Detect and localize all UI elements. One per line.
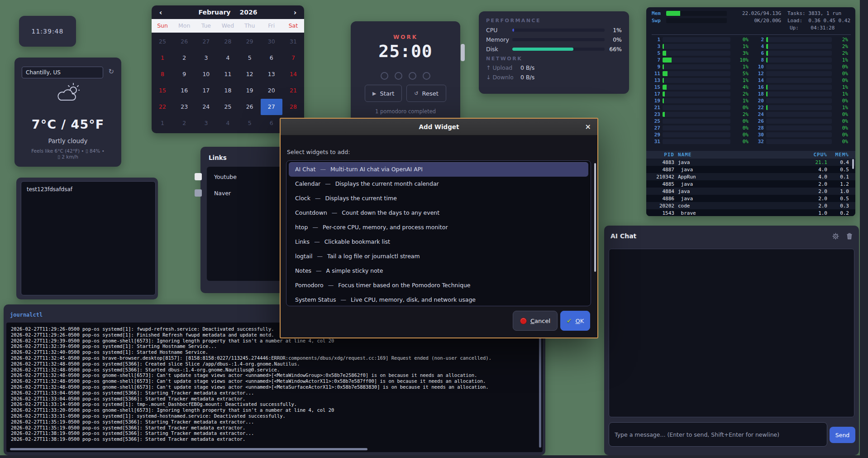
calendar-day[interactable]: 3 [195,115,217,131]
process-row[interactable]: 4883 java 21.1 0.4 [646,159,855,166]
calendar-day[interactable]: 30 [261,34,282,50]
widget-list-item[interactable]: Countdown—Count down the days to any eve… [289,206,588,220]
widget-list-item[interactable]: Pomodoro—Focus timer based on the Pomodo… [289,278,588,293]
scrollbar[interactable] [852,159,854,169]
calendar-day[interactable]: 26 [173,34,195,50]
core-bar [766,64,832,69]
calendar-day[interactable]: 17 [195,82,217,99]
weather-location-input[interactable] [22,67,103,78]
calendar-day[interactable]: 18 [217,82,238,99]
send-button[interactable]: Send [830,427,855,443]
calendar-day[interactable]: 27 [195,34,217,50]
calendar-day[interactable]: 2 [173,50,195,66]
partly-cloudy-icon [56,83,80,103]
notes-textarea[interactable]: test123fdsafdsaf [21,181,156,295]
calendar-day[interactable]: 20 [261,82,282,99]
log-line: 2026-02-27T11:35:19-0500 pop-os systemd[… [6,419,543,425]
cancel-button[interactable]: Cancel [513,311,558,331]
calendar-day[interactable]: 5 [239,115,261,131]
gear-icon[interactable] [832,233,839,240]
log-line: 2026-02-27T11:35:19-0500 pop-os systemd[… [6,425,543,431]
calendar-day[interactable]: 10 [195,66,217,82]
widget-list-item[interactable]: htop—Per-core CPU, memory, and process m… [289,220,588,235]
calendar-day[interactable]: 3 [195,50,217,66]
scrollbar-fragment[interactable] [461,44,465,61]
link-favicon [195,173,202,180]
clock-widget: 11:39:48 [19,16,76,47]
widget-list-item[interactable]: Links—Clickable bookmark list [289,235,588,249]
links-title: Links [209,154,227,161]
widget-list-item[interactable]: System Status—Live CPU, memory, disk, an… [289,293,588,306]
refresh-icon[interactable]: ↻ [108,67,114,76]
cpu-bar [512,29,605,32]
core-bar [663,44,730,49]
process-row[interactable]: 210342 AppRun 4.0 0.1 [646,173,855,180]
calendar-prev-icon[interactable]: ‹ [152,8,170,17]
calendar-day[interactable]: 26 [239,99,261,115]
reset-button[interactable]: ↺ Reset [406,85,446,102]
calendar-day[interactable]: 6 [261,50,282,66]
process-row[interactable]: 4886 java 2.0 0.5 [646,195,855,202]
process-row[interactable]: 4884 java 2.0 1.0 [646,188,855,195]
log-output[interactable]: 2026-02-27T11:29:26-0500 pop-os systemd[… [6,323,543,452]
memory-bar [512,38,605,41]
close-icon[interactable]: × [585,119,591,135]
calendar-day[interactable]: 31 [282,34,304,50]
core-bar [766,105,832,110]
calendar-day[interactable]: 7 [282,50,304,66]
calendar-next-icon[interactable]: › [286,8,304,17]
calendar-day[interactable]: 19 [239,82,261,99]
calendar-day[interactable]: 22 [152,99,173,115]
widget-list-item[interactable]: AI Chat—Multi-turn AI chat via OpenAI AP… [289,162,588,177]
calendar-day[interactable]: 25 [217,99,238,115]
swap-label: Swp [652,18,666,24]
calendar-day[interactable]: 23 [173,99,195,115]
process-row[interactable]: 20202 code 2.0 0.3 [646,202,855,209]
calendar-day[interactable]: 28 [282,99,304,115]
trash-icon[interactable] [846,233,853,240]
calendar-day[interactable]: 2 [173,115,195,131]
calendar-day[interactable]: 27 [261,99,282,115]
horizontal-scrollbar[interactable] [10,448,367,450]
calendar-day[interactable]: 8 [152,66,173,82]
calendar-day[interactable]: 4 [217,50,238,66]
vertical-scrollbar[interactable] [539,326,541,448]
calendar-day[interactable]: 25 [152,34,173,50]
calendar-day[interactable]: 1 [152,50,173,66]
calendar-day[interactable]: 16 [173,82,195,99]
dialog-titlebar[interactable]: Add Widget × [281,119,597,135]
calendar-day[interactable]: 1 [152,115,173,131]
calendar-day[interactable]: 13 [261,66,282,82]
calendar-day[interactable]: 14 [282,66,304,82]
calendar-day[interactable]: 4 [217,115,238,131]
cpu-percent: 1% [605,27,622,34]
calendar-day[interactable]: 9 [173,66,195,82]
core-bar [766,98,832,103]
core-bar [663,51,730,56]
start-button[interactable]: ▶ Start [365,85,402,102]
process-row[interactable]: 4885 java 2.0 1.2 [646,180,855,188]
calendar-day[interactable]: 29 [239,34,261,50]
ok-button[interactable]: ✔ OK [560,311,590,331]
calendar-day[interactable]: 5 [239,50,261,66]
calendar-day[interactable]: 24 [195,99,217,115]
widget-list-item[interactable]: logtail—Tail a log file or journalctl st… [289,249,588,264]
calendar-day[interactable]: 11 [217,66,238,82]
core-bar [663,105,730,110]
dialog-title: Add Widget [281,119,597,135]
calendar-day[interactable]: 28 [217,34,238,50]
calendar-day[interactable]: 12 [239,66,261,82]
calendar-day[interactable]: 6 [261,115,282,131]
widget-list: AI Chat—Multi-turn AI chat via OpenAI AP… [286,160,591,306]
calendar-day[interactable]: 21 [282,82,304,99]
scrollbar[interactable] [594,163,596,272]
widget-list-item[interactable]: Clock—Displays the current time [289,191,588,206]
calendar-day[interactable]: 15 [152,82,173,99]
widget-list-item[interactable]: Calendar—Displays the current month cale… [289,177,588,191]
chat-message-input[interactable] [609,422,827,447]
process-row[interactable]: 4887 java 4.0 0.5 [646,166,855,173]
process-row[interactable]: 1543 brave 1.0 0.2 [646,209,855,216]
process-table: PID NAME CPU% MEM% 4883 java 21.1 0.4 48… [646,151,855,216]
widget-list-item[interactable]: Notes—A simple sticky note [289,264,588,278]
core-row: 25 0% 26 0% [646,118,855,125]
